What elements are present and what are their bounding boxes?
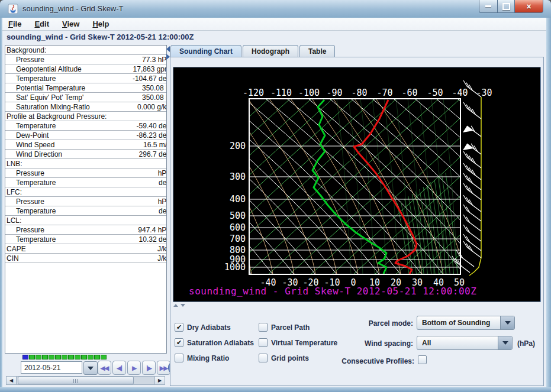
table-row[interactable]: Temperature10.32 deg (5, 235, 166, 244)
checkbox-saturation-adiabats[interactable]: ✔Saturation Adiabats (175, 338, 254, 347)
time-step[interactable] (81, 355, 87, 359)
time-dropdown-button[interactable] (83, 361, 98, 375)
row-label: LNB: (5, 160, 166, 168)
svg-text:-80: -80 (351, 88, 367, 98)
time-step[interactable] (68, 355, 74, 359)
wind-spacing-combo[interactable]: All (417, 336, 513, 350)
step-forward-button[interactable]: |▶ (142, 361, 156, 375)
checkbox-box[interactable]: ✔ (175, 338, 183, 347)
row-label: Wind Speed (5, 141, 143, 149)
row-label: Temperature (5, 235, 139, 244)
time-step[interactable] (88, 355, 94, 359)
time-step[interactable] (94, 355, 100, 359)
table-row[interactable]: Temperaturedeg (5, 206, 166, 216)
row-label: Pressure (5, 169, 158, 177)
checkbox-parcel-path[interactable]: Parcel Path (259, 323, 310, 332)
time-step[interactable] (36, 355, 41, 359)
table-row[interactable]: Pressure947.4 hPa (5, 225, 166, 235)
collapse-left-icon[interactable] (166, 46, 170, 52)
svg-text:-30: -30 (476, 88, 492, 98)
time-step[interactable] (29, 355, 35, 359)
chevron-down-icon[interactable] (498, 336, 512, 349)
table-row[interactable]: PressurehPa (5, 197, 166, 206)
menu-file[interactable]: File (8, 20, 21, 28)
checkbox-label: Grid points (271, 354, 309, 362)
checkbox-grid-points[interactable]: Grid points (259, 354, 309, 362)
scroll-left-icon[interactable]: ◀ (7, 377, 17, 384)
checkbox-dry-adiabats[interactable]: ✔Dry Adiabats (175, 323, 231, 332)
play-button[interactable]: ▶ (127, 361, 141, 375)
row-value: deg (159, 207, 166, 215)
maximize-button[interactable] (498, 0, 515, 13)
tab-hodograph[interactable]: Hodograph (243, 45, 298, 57)
table-row[interactable]: Temperaturedeg (5, 178, 166, 187)
table-row[interactable]: PressurehPa (5, 169, 166, 178)
skewt-chart[interactable]: 2003004005006007008009001000-120-110-100… (173, 67, 540, 302)
row-label: Geopotential Altitude (5, 65, 133, 73)
chevron-down-icon[interactable] (500, 316, 514, 329)
scroll-right-icon[interactable]: ▶ (154, 377, 165, 384)
table-row[interactable]: Temperature-59.40 deg (5, 121, 166, 131)
table-row[interactable]: Sat' Equiv' Pot' Temp'350.08 K (5, 93, 166, 102)
table-row[interactable]: Wind Direction296.7 deg (5, 150, 166, 159)
checkbox-box[interactable] (418, 355, 427, 364)
table-row[interactable]: CINJ/kg (5, 254, 166, 263)
checkbox-box[interactable] (259, 354, 268, 362)
step-back-button[interactable]: ◀| (112, 361, 126, 375)
checkbox-mixing-ratio[interactable]: Mixing Ratio (175, 354, 229, 362)
checkbox-box[interactable]: ✔ (175, 323, 183, 332)
row-label: Temperature (5, 207, 159, 215)
time-step[interactable] (42, 355, 48, 359)
chart-splitter[interactable] (173, 304, 185, 307)
row-label: CAPE (5, 245, 157, 253)
time-step[interactable] (49, 355, 54, 359)
time-step-current[interactable] (22, 355, 28, 359)
row-label: CIN (5, 254, 157, 263)
time-select-field[interactable]: 2012-05-21 12:00:00Z (21, 361, 82, 374)
table-row[interactable]: Geopotential Altitude17,863 gpm (5, 64, 166, 74)
parcel-mode-label: Parcel mode: (331, 319, 413, 328)
time-step-strip[interactable] (22, 355, 107, 359)
close-button[interactable]: × (515, 0, 543, 13)
time-step[interactable] (101, 355, 107, 359)
row-label: Potential Temperature (5, 84, 142, 92)
table-row[interactable]: Saturation Mixing-Ratio0.000 g/kg (5, 102, 166, 112)
go-to-start-button[interactable]: ◀◀ (98, 361, 111, 375)
checkbox-label: Virtual Temperature (271, 339, 337, 347)
time-step[interactable] (62, 355, 67, 359)
minimize-button[interactable] (479, 0, 498, 13)
menu-view[interactable]: View (62, 20, 79, 28)
scrollbar-track[interactable] (17, 377, 154, 384)
table-row[interactable]: LFC: (5, 187, 166, 197)
time-step[interactable] (75, 355, 80, 359)
menu-edit[interactable]: Edit (34, 20, 49, 28)
table-row[interactable]: Dew-Point-86.23 deg (5, 131, 166, 140)
checkbox-label: Dry Adiabats (187, 323, 231, 332)
splitter-up-icon[interactable] (173, 304, 178, 307)
splitter-down-icon[interactable] (181, 304, 185, 307)
table-row[interactable]: Profile at Background Pressure: (5, 112, 166, 121)
left-panel-hscrollbar[interactable]: ◀ ▶ (6, 376, 165, 385)
scrollbar-thumb[interactable] (18, 377, 134, 384)
checkbox-box[interactable] (259, 338, 268, 347)
checkbox-box[interactable] (259, 323, 268, 332)
table-row[interactable]: Wind Speed16.5 m/s (5, 140, 166, 150)
svg-text:600: 600 (230, 222, 246, 233)
table-row[interactable]: CAPEJ/kg (5, 244, 166, 254)
menu-help[interactable]: Help (92, 20, 109, 28)
table-row[interactable]: Potential Temperature350.08 K (5, 83, 166, 93)
minimize-icon (485, 5, 491, 7)
table-row[interactable]: Temperature-104.67 deg (5, 74, 166, 83)
parcel-mode-combo[interactable]: Bottom of Sounding (417, 316, 515, 330)
time-step[interactable] (55, 355, 61, 359)
table-row[interactable]: Pressure77.3 hPa (5, 55, 166, 64)
table-row[interactable]: LCL: (5, 216, 166, 225)
checkbox-consecutive-profiles[interactable] (418, 355, 427, 364)
table-row[interactable]: LNB: (5, 159, 166, 169)
checkbox-virtual-temperature[interactable]: Virtual Temperature (259, 338, 337, 347)
table-row[interactable]: Background: (5, 46, 166, 55)
title-bar[interactable]: sounding_wind - Grid Skew-T × (0, 0, 551, 18)
tab-sounding-chart[interactable]: Sounding Chart (170, 45, 241, 57)
tab-table[interactable]: Table (299, 45, 335, 57)
checkbox-box[interactable] (175, 354, 183, 362)
